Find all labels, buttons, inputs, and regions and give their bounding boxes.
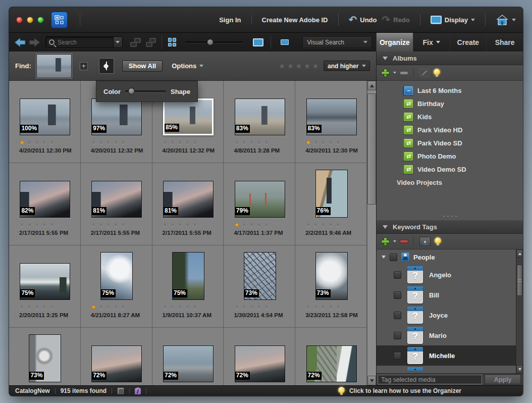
star-icon[interactable]: ★ [296,63,302,69]
sign-in-link[interactable]: Sign In [219,16,241,24]
star-icon[interactable]: ★ [335,139,341,145]
scrollbar-thumb[interactable] [367,93,376,205]
star-icon[interactable]: ★ [192,222,198,228]
photo-rating-stars[interactable]: ★★★★★ [305,304,366,310]
star-icon[interactable]: ★ [335,222,341,228]
undo-button[interactable]: ↶ Undo [349,16,377,24]
chevron-down-icon[interactable] [393,240,396,242]
keyword-tips-icon[interactable] [435,237,441,245]
star-icon[interactable]: ★ [185,139,190,145]
star-icon[interactable]: ★ [177,139,183,145]
photo-rating-stars[interactable]: ★★★★★ [163,139,224,145]
photo-thumbnail[interactable]: 81% [163,181,214,218]
photo-rating-stars[interactable]: ★★★★★ [91,139,152,145]
sync-tag-icon[interactable] [135,387,141,394]
media-grid-cell[interactable]: 76% ★★★★★ 2/2/2011 9:46 AM [295,163,367,245]
single-photo-view-icon[interactable] [253,38,263,46]
star-icon[interactable]: ★ [41,139,47,145]
star-icon[interactable]: ★ [170,304,175,310]
keyword-group-people[interactable]: People [377,249,516,265]
tag-checkbox[interactable] [394,291,401,299]
star-icon[interactable]: ★ [234,139,239,145]
color-shape-slider[interactable] [125,90,166,92]
star-icon[interactable]: ★ [241,222,247,228]
photo-rating-stars[interactable]: ★★★★★ [234,304,295,310]
media-grid-cell[interactable]: 83% ★★★★★ 4/20/2011 12:30 PM [295,81,367,163]
star-icon[interactable]: ★ [279,63,285,69]
album-item[interactable]: ⇄ Video Demo SD [377,163,523,176]
photo-rating-stars[interactable]: ★★★★★ [19,222,80,228]
keyword-tag-joyce[interactable]: Joyce [377,305,516,325]
tab-share[interactable]: Share [486,33,523,52]
photo-rating-stars[interactable]: ★★★★★ [91,304,152,310]
photo-thumbnail[interactable]: 72% [306,345,357,382]
full-screen-view-button[interactable] [279,38,291,47]
organizer-app-icon[interactable] [51,12,68,28]
keyword-tag-michelle[interactable]: Michelle [377,345,516,366]
star-icon[interactable]: ★ [27,222,32,228]
tag-selected-media-input[interactable] [378,375,482,384]
chevron-down-icon[interactable] [436,41,440,43]
star-icon[interactable]: ★ [328,304,333,310]
forward-button[interactable] [29,38,40,47]
star-icon[interactable]: ★ [105,139,111,145]
scroll-up-arrow[interactable] [367,81,376,90]
album-item[interactable]: Video Projects [377,176,523,189]
star-icon[interactable]: ★ [313,304,318,310]
star-icon[interactable]: ★ [321,222,326,228]
photo-thumbnail[interactable]: 72% [235,345,285,382]
media-grid-cell[interactable]: 75% ★★★★★ 1/9/2011 10:37 AM [152,245,224,328]
star-icon[interactable]: ★ [249,139,254,145]
star-icon[interactable]: ★ [328,222,333,228]
star-icon[interactable]: ★ [241,139,247,145]
find-reference-thumbnail[interactable] [36,54,72,78]
new-keyword-tag-button[interactable] [382,238,389,245]
media-grid-cell[interactable]: 72% [152,328,224,385]
photo-rating-stars[interactable]: ★★★★★ [234,139,295,145]
tag-checkbox[interactable] [394,312,401,319]
photo-thumbnail[interactable]: 75% [100,252,133,300]
keyword-tags-section-header[interactable]: Keyword Tags [377,220,523,234]
star-filled-icon[interactable]: ★ [234,222,239,228]
star-icon[interactable]: ★ [163,222,168,228]
slider-knob[interactable] [207,39,214,45]
star-icon[interactable]: ★ [328,139,333,145]
photo-rating-stars[interactable]: ★★★★★ [234,222,295,228]
similarity-slider-button[interactable] [99,58,114,74]
star-icon[interactable]: ★ [105,222,111,228]
thumbnail-size-slider[interactable] [185,41,242,43]
star-icon[interactable]: ★ [113,222,119,228]
star-icon[interactable]: ★ [121,139,126,145]
star-icon[interactable]: ★ [113,139,119,145]
add-reference-button[interactable]: + [80,62,88,70]
media-grid-cell[interactable]: 100% ★★★★★ 4/20/2011 12:30 PM [9,81,81,163]
keyword-tag-mario[interactable]: Mario [377,325,516,345]
star-filled-icon[interactable]: ★ [91,304,96,310]
chevron-down-icon[interactable] [393,72,396,74]
star-icon[interactable]: ★ [98,222,104,228]
star-icon[interactable]: ★ [287,63,293,69]
show-all-button[interactable]: Show All [122,61,163,72]
new-album-button[interactable] [382,69,389,77]
star-icon[interactable]: ★ [312,63,318,69]
star-icon[interactable]: ★ [91,222,96,228]
star-icon[interactable]: ★ [98,304,104,310]
media-grid-cell[interactable]: 81% ★★★★★ 2/17/2011 5:55 PM [152,163,224,245]
media-grid-cell[interactable]: 73% [9,328,81,385]
scrollbar-track[interactable] [516,296,523,365]
tag-checkbox[interactable] [394,332,401,339]
star-icon[interactable]: ★ [321,139,326,145]
star-icon[interactable]: ★ [113,304,119,310]
catalog-name[interactable]: CatalogNew [15,387,50,394]
photo-rating-stars[interactable]: ★★★★★ [163,304,224,310]
media-grid-cell[interactable]: 73% ★★★★★ 1/30/2011 4:54 PM [224,245,295,328]
tab-fix[interactable]: Fix [413,33,450,52]
star-icon[interactable]: ★ [335,304,341,310]
star-icon[interactable]: ★ [27,139,32,145]
rating-filter-stars[interactable]: ★★★★★ [279,63,318,69]
star-icon[interactable]: ★ [263,304,269,310]
album-item[interactable]: ⇄ Kids [377,110,523,123]
zoom-window-button[interactable] [37,17,44,23]
star-filled-icon[interactable]: ★ [19,139,25,145]
photo-rating-stars[interactable]: ★★★★★ [163,222,224,228]
